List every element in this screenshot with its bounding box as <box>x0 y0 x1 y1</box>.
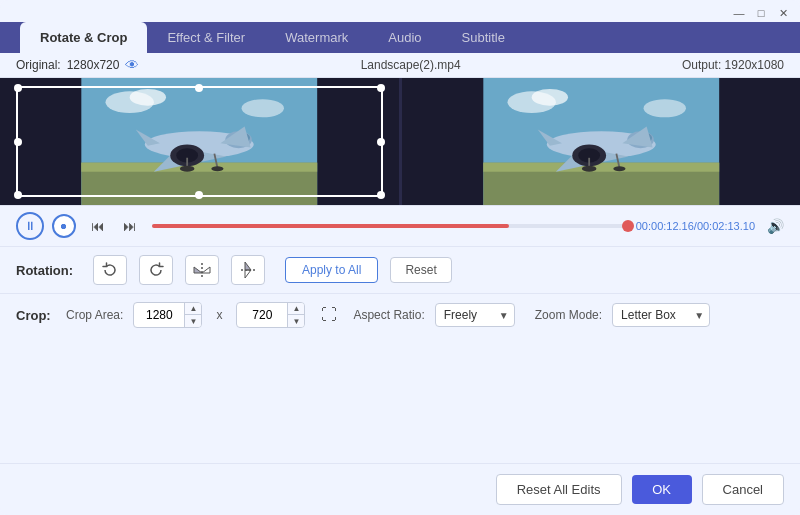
tab-subtitle[interactable]: Subtitle <box>442 22 525 53</box>
svg-point-33 <box>581 166 596 172</box>
filename: Landscape(2).mp4 <box>139 58 682 72</box>
tab-audio[interactable]: Audio <box>368 22 441 53</box>
controls-bar: ⏸ ⏺ ⏮ ⏭ 00:00:12.16/00:02:13.10 🔊 <box>0 205 800 246</box>
reset-all-edits-button[interactable]: Reset All Edits <box>496 474 622 505</box>
video-area <box>0 78 800 205</box>
crop-label: Crop: <box>16 308 56 323</box>
zoom-mode-select-wrap: Letter Box Pan & Scan Full ▼ <box>612 303 710 327</box>
tab-effect-filter[interactable]: Effect & Filter <box>147 22 265 53</box>
crop-height-up[interactable]: ▲ <box>288 303 304 315</box>
original-label: Original: <box>16 58 61 72</box>
svg-point-3 <box>242 99 284 117</box>
rotate-left-button[interactable] <box>93 255 127 285</box>
svg-point-17 <box>211 166 223 171</box>
svg-rect-5 <box>81 163 317 172</box>
video-panel-left <box>0 78 402 205</box>
aspect-ratio-select-wrap: Freely 16:9 4:3 1:1 9:16 ▼ <box>435 303 515 327</box>
video-panel-right <box>402 78 801 205</box>
reset-rotation-button[interactable]: Reset <box>390 257 451 283</box>
svg-point-21 <box>643 99 685 117</box>
svg-point-35 <box>613 166 625 171</box>
original-info: Original: 1280x720 👁 <box>16 57 139 73</box>
progress-track[interactable] <box>152 224 628 228</box>
svg-point-15 <box>180 166 195 172</box>
svg-point-20 <box>531 89 567 106</box>
time-display: 00:00:12.16/00:02:13.10 <box>636 220 755 232</box>
crop-width-down[interactable]: ▼ <box>185 315 201 327</box>
size-separator: x <box>216 308 222 322</box>
crop-width-spinners: ▲ ▼ <box>184 303 201 327</box>
tab-rotate-crop[interactable]: Rotate & Crop <box>20 22 147 53</box>
crop-area-label: Crop Area: <box>66 308 123 322</box>
aspect-ratio-select[interactable]: Freely 16:9 4:3 1:1 9:16 <box>435 303 515 327</box>
crop-height-spinners: ▲ ▼ <box>287 303 304 327</box>
footer-row: Reset All Edits OK Cancel <box>0 463 800 515</box>
title-bar: — □ ✕ <box>0 0 800 22</box>
rotation-label: Rotation: <box>16 263 81 278</box>
pause-button[interactable]: ⏸ <box>16 212 44 240</box>
info-bar: Original: 1280x720 👁 Landscape(2).mp4 Ou… <box>0 53 800 78</box>
crop-width-input-wrap: ▲ ▼ <box>133 302 202 328</box>
next-frame-button[interactable]: ⏭ <box>116 212 144 240</box>
crop-height-input[interactable] <box>237 304 287 326</box>
output-info: Output: 1920x1080 <box>682 58 784 72</box>
svg-point-2 <box>130 89 166 106</box>
maximize-button[interactable]: □ <box>754 6 768 20</box>
spacer <box>0 336 800 463</box>
main-window: — □ ✕ Rotate & Crop Effect & Filter Wate… <box>0 0 800 515</box>
original-resolution: 1280x720 <box>67 58 120 72</box>
progress-dot <box>622 220 634 232</box>
prev-frame-button[interactable]: ⏮ <box>84 212 112 240</box>
aspect-ratio-label: Aspect Ratio: <box>353 308 424 322</box>
zoom-mode-select[interactable]: Letter Box Pan & Scan Full <box>612 303 710 327</box>
tab-watermark[interactable]: Watermark <box>265 22 368 53</box>
crop-height-down[interactable]: ▼ <box>288 315 304 327</box>
progress-fill <box>152 224 509 228</box>
flip-vertical-button[interactable] <box>231 255 265 285</box>
cancel-button[interactable]: Cancel <box>702 474 784 505</box>
flip-horizontal-button[interactable] <box>185 255 219 285</box>
crop-row: Crop: Crop Area: ▲ ▼ x ▲ ▼ ⛶ Aspect Rati… <box>0 293 800 336</box>
progress-area[interactable] <box>152 224 628 228</box>
stop-button[interactable]: ⏺ <box>52 214 76 238</box>
zoom-mode-label: Zoom Mode: <box>535 308 602 322</box>
tabs-bar: Rotate & Crop Effect & Filter Watermark … <box>0 22 800 53</box>
crop-width-up[interactable]: ▲ <box>185 303 201 315</box>
skip-controls: ⏮ ⏭ <box>84 212 144 240</box>
rotate-right-button[interactable] <box>139 255 173 285</box>
eye-icon[interactable]: 👁 <box>125 57 139 73</box>
minimize-button[interactable]: — <box>732 6 746 20</box>
apply-to-all-button[interactable]: Apply to All <box>285 257 378 283</box>
link-aspect-icon[interactable]: ⛶ <box>321 306 337 324</box>
ok-button[interactable]: OK <box>632 475 692 504</box>
crop-height-input-wrap: ▲ ▼ <box>236 302 305 328</box>
crop-width-input[interactable] <box>134 304 184 326</box>
rotation-row: Rotation: <box>0 246 800 293</box>
svg-rect-23 <box>483 163 719 172</box>
close-button[interactable]: ✕ <box>776 6 790 20</box>
volume-icon[interactable]: 🔊 <box>767 218 784 234</box>
